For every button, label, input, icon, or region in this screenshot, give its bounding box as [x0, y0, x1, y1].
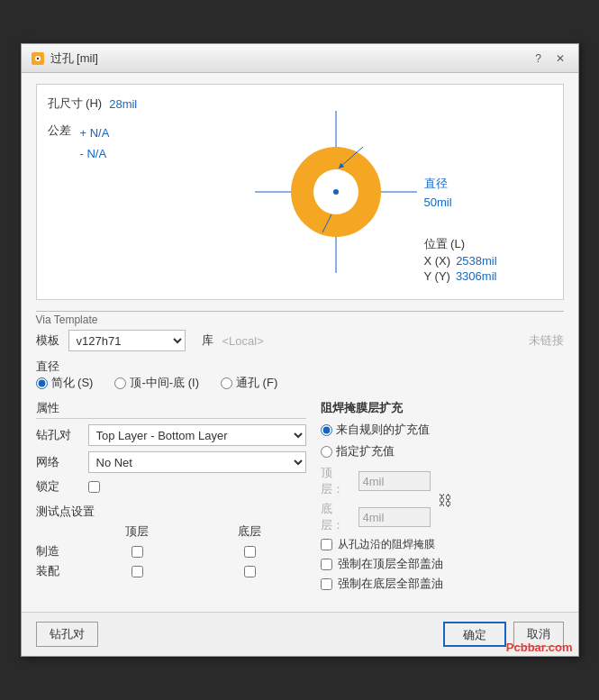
- top-mid-bottom-radio[interactable]: 顶-中间-底 (I): [114, 375, 199, 391]
- title-bar: 过孔 [mil] ? ✕: [22, 44, 578, 73]
- bottom-bar: 钻孔对 确定 取消 Pcbbar.com: [22, 612, 578, 656]
- tolerance-minus: - N/A: [80, 143, 110, 164]
- test-point-section: 测试点设置 顶层 底层 制造: [36, 504, 306, 579]
- specify-radio[interactable]: 指定扩充值: [321, 443, 395, 459]
- template-label: 模板: [36, 332, 59, 349]
- mask-bottom-label: 底层：: [321, 501, 353, 533]
- thru-hole-radio[interactable]: 通孔 (F): [221, 375, 277, 391]
- drill-pair-select[interactable]: Top Layer - Bottom Layer: [88, 424, 306, 446]
- tolerance-plus: + N/A: [80, 123, 110, 143]
- dialog-body: 孔尺寸 (H) 28mil 公差 + N/A - N/A: [22, 73, 578, 612]
- via-visual: [273, 129, 399, 255]
- assembly-top-check: [81, 566, 194, 577]
- mfg-row: 制造: [36, 543, 306, 559]
- pos-x-row: X (X) 2538mil: [424, 254, 497, 268]
- unlinked-label: 未链接: [529, 332, 564, 349]
- mfg-top-check: [81, 546, 194, 558]
- hole-size-value: 28mil: [109, 97, 137, 111]
- hole-size-row: 孔尺寸 (H) 28mil: [48, 95, 255, 112]
- chain-icon: ⛓: [438, 493, 452, 509]
- mask-bottom-input[interactable]: [358, 507, 431, 527]
- mask-bottom-row: 底层：: [321, 501, 431, 533]
- from-rule-radio[interactable]: 来自规则的扩充值: [321, 422, 430, 438]
- main-dialog: 过孔 [mil] ? ✕ 孔尺寸 (H) 28mil 公差 + N/A - N/…: [21, 43, 579, 657]
- from-rule-label: 来自规则的扩充值: [336, 422, 430, 438]
- cover-top-label: 强制在顶层全部盖油: [338, 556, 443, 572]
- assembly-bottom-checkbox[interactable]: [244, 566, 256, 577]
- mask-inputs: 顶层： 底层：: [321, 465, 431, 537]
- position-label-row: 位置 (L): [424, 236, 497, 252]
- tolerance-values: + N/A - N/A: [80, 123, 110, 165]
- from-rule-row: 来自规则的扩充值: [321, 422, 564, 438]
- diagram-section: 孔尺寸 (H) 28mil 公差 + N/A - N/A: [36, 84, 564, 300]
- diameter-value: 50mil: [424, 195, 452, 209]
- cover-bottom-label: 强制在底层全部盖油: [338, 576, 443, 592]
- test-bottom-header: 底层: [194, 523, 306, 540]
- lock-label: 锁定: [36, 478, 81, 495]
- right-column: 阻焊掩膜层扩充 来自规则的扩充值 指定扩充值: [321, 400, 564, 601]
- template-select[interactable]: v127h71: [68, 330, 186, 351]
- specify-label: 指定扩充值: [336, 443, 395, 459]
- dialog-title: 过孔 [mil]: [50, 50, 524, 67]
- thru-hole-label: 通孔 (F): [236, 375, 277, 391]
- from-edge-checkbox[interactable]: [321, 539, 332, 550]
- test-spacer: [36, 523, 81, 540]
- via-ring: [291, 147, 381, 237]
- drill-pair-button[interactable]: 钻孔对: [36, 622, 98, 647]
- net-label: 网络: [36, 454, 81, 470]
- properties-label: 属性: [36, 400, 306, 419]
- mfg-label: 制造: [36, 543, 81, 559]
- diameter-label: 直径: [424, 176, 448, 192]
- template-row: 模板 v127h71 库 <Local> 未链接: [36, 330, 564, 351]
- dialog-icon: [31, 51, 45, 66]
- assembly-bottom-check: [194, 566, 306, 577]
- test-top-header: 顶层: [81, 523, 194, 540]
- via-template-header: Via Template: [36, 311, 564, 326]
- simplified-radio[interactable]: 简化 (S): [36, 375, 94, 391]
- from-edge-row: 从孔边沿的阻焊掩膜: [321, 537, 564, 552]
- close-button[interactable]: ✕: [551, 50, 569, 68]
- mfg-bottom-check: [194, 546, 306, 558]
- diameter-radio-row: 简化 (S) 顶-中间-底 (I) 通孔 (F): [36, 375, 564, 391]
- solder-mask-section: 阻焊掩膜层扩充 来自规则的扩充值 指定扩充值: [321, 400, 564, 592]
- cover-bottom-row: 强制在底层全部盖油: [321, 576, 564, 592]
- drill-pair-row: 钻孔对 Top Layer - Bottom Layer: [36, 424, 306, 446]
- lock-checkbox[interactable]: [88, 481, 100, 493]
- assembly-label: 装配: [36, 563, 81, 579]
- mfg-top-checkbox[interactable]: [132, 546, 143, 558]
- lib-value: <Local>: [222, 334, 264, 348]
- help-button[interactable]: ?: [530, 50, 548, 68]
- simplified-label: 简化 (S): [51, 375, 94, 391]
- drill-pair-label: 钻孔对: [36, 427, 81, 443]
- mask-top-label: 顶层：: [321, 465, 353, 497]
- pos-x-value: 2538mil: [456, 254, 497, 268]
- top-mid-bottom-label: 顶-中间-底 (I): [130, 375, 199, 391]
- pos-y-label: Y (Y): [424, 269, 450, 283]
- solder-mask-title: 阻焊掩膜层扩充: [321, 400, 564, 416]
- diagram-center: [255, 95, 417, 288]
- diagram-right: 直径 50mil 位置 (L) X (X) 2538mil Y (Y) 3306…: [417, 95, 552, 288]
- hole-size-label: 孔尺寸 (H): [48, 95, 103, 112]
- test-header-row: 顶层 底层: [36, 523, 306, 540]
- left-column: 属性 钻孔对 Top Layer - Bottom Layer 网络 No Ne…: [36, 400, 306, 601]
- via-center-dot: [333, 189, 339, 195]
- mask-top-row: 顶层：: [321, 465, 431, 497]
- mfg-bottom-checkbox[interactable]: [244, 546, 256, 558]
- position-section: 位置 (L) X (X) 2538mil Y (Y) 3306mil: [424, 236, 497, 285]
- mask-top-input[interactable]: [358, 471, 431, 491]
- assembly-top-checkbox[interactable]: [132, 566, 143, 577]
- tolerance-label: 公差: [48, 123, 73, 139]
- ok-button[interactable]: 确定: [443, 622, 506, 647]
- cover-top-row: 强制在顶层全部盖油: [321, 556, 564, 572]
- watermark: Pcbbar.com: [506, 641, 573, 654]
- diagram-left: 孔尺寸 (H) 28mil 公差 + N/A - N/A: [48, 95, 255, 288]
- assembly-row: 装配: [36, 563, 306, 579]
- lib-label: 库: [202, 332, 213, 349]
- position-label: 位置 (L): [424, 236, 466, 252]
- cover-top-checkbox[interactable]: [321, 559, 332, 570]
- properties-section: 属性 钻孔对 Top Layer - Bottom Layer 网络 No Ne…: [36, 400, 306, 495]
- net-select[interactable]: No Net: [88, 451, 306, 473]
- pos-x-label: X (X): [424, 254, 451, 268]
- specify-row: 指定扩充值: [321, 443, 564, 459]
- cover-bottom-checkbox[interactable]: [321, 578, 332, 590]
